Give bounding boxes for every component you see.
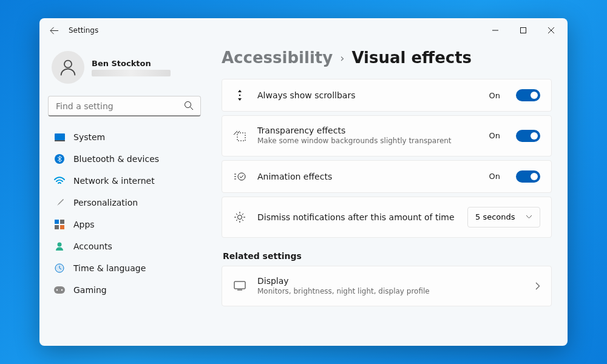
wifi-icon [54, 175, 65, 186]
search-input[interactable] [48, 96, 201, 116]
close-icon [548, 27, 554, 33]
svg-rect-0 [521, 28, 526, 33]
toggle-switch[interactable] [516, 89, 540, 101]
setting-animation[interactable]: Animation effects On [222, 160, 552, 193]
svg-rect-6 [55, 220, 59, 224]
sidebar-item-label: Apps [73, 220, 95, 229]
sidebar-item-label: Time & language [73, 263, 146, 273]
search-container [48, 96, 201, 116]
brightness-icon [233, 211, 246, 223]
person-icon [58, 58, 78, 77]
sidebar-item-system[interactable]: System [48, 126, 197, 148]
setting-dismiss-notifications[interactable]: Dismiss notifications after this amount … [222, 197, 552, 238]
scrollbars-icon [233, 89, 246, 101]
toggle-switch[interactable] [516, 130, 540, 142]
svg-rect-7 [60, 220, 64, 224]
svg-rect-3 [55, 133, 65, 140]
setting-title: Always show scrollbars [257, 90, 478, 100]
chevron-down-icon [526, 215, 532, 219]
system-icon [54, 132, 65, 143]
svg-point-10 [58, 243, 62, 247]
svg-rect-16 [237, 133, 245, 141]
brush-icon [54, 197, 65, 208]
svg-rect-9 [60, 225, 64, 229]
svg-point-15 [239, 95, 241, 96]
setting-title: Dismiss notifications after this amount … [257, 212, 456, 222]
toggle-switch[interactable] [516, 170, 540, 183]
setting-transparency[interactable]: Transparency effectsMake some window bac… [222, 115, 552, 157]
minimize-icon [492, 27, 498, 33]
sidebar-item-time[interactable]: Time & language [48, 257, 197, 279]
page-title: Visual effects [351, 49, 472, 67]
accounts-icon [54, 241, 65, 252]
maximize-button[interactable] [509, 18, 537, 42]
svg-point-17 [238, 173, 245, 180]
svg-point-2 [185, 102, 191, 108]
svg-rect-8 [55, 225, 59, 229]
sidebar-item-label: Network & internet [73, 176, 155, 186]
svg-rect-12 [54, 286, 65, 294]
display-icon [233, 281, 246, 291]
apps-icon [54, 219, 65, 230]
setting-title: Animation effects [257, 172, 478, 181]
user-email-placeholder [92, 70, 171, 76]
sidebar-item-apps[interactable]: Apps [48, 214, 197, 235]
animation-icon [233, 172, 246, 181]
section-heading: Related settings [223, 251, 551, 261]
svg-point-13 [56, 289, 58, 291]
minimize-button[interactable] [481, 18, 509, 42]
search-icon [184, 101, 194, 110]
nav-list: System Bluetooth & devices Network & int… [48, 126, 201, 346]
avatar [52, 51, 84, 84]
sidebar-item-bluetooth[interactable]: Bluetooth & devices [48, 148, 197, 170]
close-button[interactable] [537, 18, 565, 42]
sidebar: Ben Stockton System Bluetooth & devices … [39, 42, 209, 346]
svg-point-1 [64, 61, 72, 68]
duration-dropdown[interactable]: 5 seconds [467, 207, 540, 228]
setting-title: Display [257, 276, 524, 286]
svg-point-18 [238, 215, 242, 219]
sidebar-item-label: Personalization [73, 198, 138, 207]
sidebar-item-gaming[interactable]: Gaming [48, 279, 197, 301]
svg-point-14 [61, 289, 63, 291]
content-area: Accessibility › Visual effects Always sh… [209, 42, 568, 346]
transparency-icon [233, 130, 246, 141]
breadcrumb: Accessibility › Visual effects [222, 49, 552, 67]
arrow-left-icon [50, 26, 59, 35]
sidebar-item-accounts[interactable]: Accounts [48, 235, 197, 257]
window-body: Ben Stockton System Bluetooth & devices … [39, 42, 568, 346]
sidebar-item-network[interactable]: Network & internet [48, 170, 197, 192]
toggle-state: On [489, 172, 500, 181]
sidebar-item-label: Bluetooth & devices [73, 154, 159, 164]
gaming-icon [54, 285, 65, 295]
toggle-state: On [489, 131, 500, 140]
setting-scrollbars[interactable]: Always show scrollbars On [222, 79, 552, 112]
setting-sub: Make some window backgrounds slightly tr… [257, 136, 478, 146]
titlebar: Settings [39, 18, 568, 42]
window-controls [481, 18, 565, 42]
svg-rect-4 [55, 140, 65, 141]
related-display[interactable]: DisplayMonitors, brightness, night light… [222, 266, 552, 307]
sidebar-item-label: Gaming [73, 285, 107, 295]
user-block[interactable]: Ben Stockton [48, 42, 201, 96]
sidebar-item-personalization[interactable]: Personalization [48, 192, 197, 214]
toggle-state: On [489, 91, 500, 100]
setting-title: Transparency effects [257, 126, 478, 135]
app-title: Settings [69, 26, 98, 35]
breadcrumb-parent[interactable]: Accessibility [222, 49, 333, 67]
setting-sub: Monitors, brightness, night light, displ… [257, 287, 524, 297]
bluetooth-icon [54, 153, 65, 164]
user-name: Ben Stockton [92, 59, 171, 68]
sidebar-item-label: System [73, 132, 105, 142]
chevron-right-icon [535, 282, 540, 290]
back-button[interactable] [42, 18, 66, 42]
sidebar-item-label: Accounts [73, 241, 112, 251]
dropdown-value: 5 seconds [475, 212, 515, 221]
chevron-right-icon: › [340, 52, 344, 64]
maximize-icon [520, 27, 526, 33]
settings-window: Settings Ben Stockton Syst [39, 18, 568, 346]
time-icon [54, 263, 65, 274]
svg-rect-19 [234, 281, 245, 289]
